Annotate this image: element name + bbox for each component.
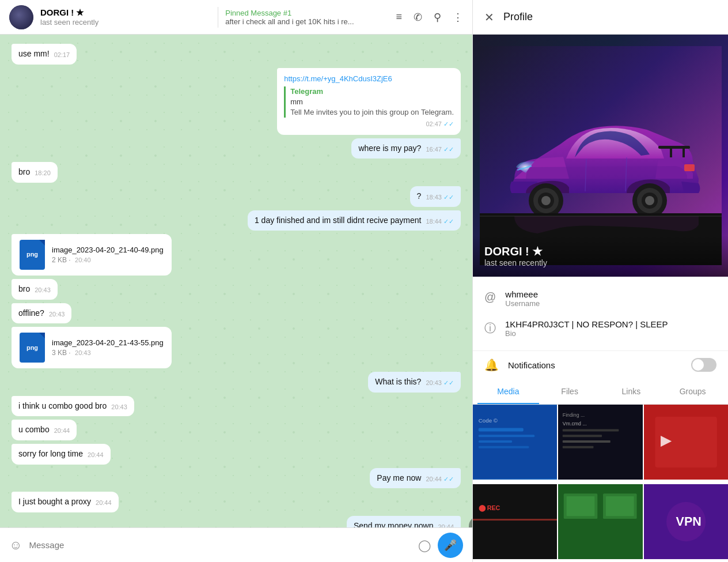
svg-text:Vm.cmd ...: Vm.cmd ... (563, 421, 587, 427)
attach-icon[interactable]: ◯ (418, 538, 431, 552)
profile-panel: ✕ Profile (472, 0, 728, 562)
tab-links[interactable]: Links (601, 379, 662, 404)
file-icon: png (20, 333, 45, 363)
svg-text:VPN: VPN (676, 514, 701, 528)
message-text: I just bought a proxy (18, 497, 91, 506)
phone-icon[interactable]: ✆ (414, 11, 422, 24)
message-text: Send my money nown (354, 521, 434, 527)
header-icons: ≡ ✆ ⚲ ⋮ (396, 11, 464, 24)
media-thumbnail[interactable]: Code © (473, 405, 557, 480)
table-row: bro 18:20 (12, 162, 461, 183)
message-time: 18:44 ✓✓ (426, 217, 454, 226)
media-thumbnail[interactable]: ▶ (644, 405, 728, 480)
message-time: 20:43 ✓✓ (426, 379, 454, 387)
message-time: 16:47 ✓✓ (426, 145, 454, 154)
username-info: whmeee Username (505, 289, 540, 308)
username-row: @ whmeee Username (473, 284, 728, 314)
tab-groups[interactable]: Groups (662, 379, 723, 404)
message-text: What is this? (375, 377, 421, 386)
search-icon[interactable]: ⚲ (434, 11, 441, 24)
svg-rect-35 (473, 485, 557, 558)
message-text: Pay me now (377, 473, 421, 482)
link-description: Tell Me invites you to join this group o… (290, 107, 454, 118)
toggle-thumb (692, 359, 704, 371)
message-bubble: Send my money nown 20:44 ↓ (347, 516, 461, 527)
message-text: u combo (18, 425, 50, 434)
chat-header: DORGI ! ★ last seen recently Pinned Mess… (0, 0, 472, 35)
svg-rect-23 (479, 440, 513, 443)
table-row: png image_2023-04-20_21-40-49.png 2 KB ·… (12, 234, 461, 276)
message-bubble: bro 18:20 (12, 162, 58, 183)
svg-rect-29 (563, 435, 602, 437)
message-time: 18:43 ✓✓ (426, 193, 454, 202)
profile-overlay: DORGI ! ★ last seen recently (473, 235, 728, 277)
profile-info-section: @ whmeee Username ⓘ 1KHF4PR0J3CT | NO RE… (473, 277, 728, 351)
username-value: whmeee (505, 289, 540, 299)
mic-button[interactable]: 🎤 (438, 533, 463, 558)
svg-rect-36 (473, 519, 557, 520)
media-thumbnail[interactable]: Finding ... Vm.cmd ... (558, 405, 642, 480)
message-bubble: where is my pay? 16:47 ✓✓ (351, 138, 461, 159)
message-bubble: What is this? 20:43 ✓✓ (368, 372, 461, 393)
svg-rect-30 (563, 440, 611, 443)
header-divider (218, 7, 218, 28)
pinned-message[interactable]: Pinned Message #1 after i check all and … (225, 9, 396, 26)
message-bubble: offline? 20:43 (12, 303, 71, 324)
message-text: where is my pay? (358, 144, 421, 153)
media-tabs: Media Files Links Groups (473, 379, 728, 405)
tab-media[interactable]: Media (477, 379, 539, 404)
file-info: image_2023-04-20_21-40-49.png 2 KB · 20:… (52, 245, 164, 265)
message-time: 20:44 (438, 523, 454, 527)
table-row: bro 20:43 (12, 279, 461, 300)
svg-rect-21 (479, 428, 524, 432)
svg-rect-22 (479, 435, 535, 437)
profile-title: Profile (503, 11, 533, 23)
svg-rect-31 (563, 446, 594, 448)
svg-point-10 (645, 196, 654, 205)
file-bubble: png image_2023-04-20_21-43-55.png 3 KB ·… (12, 327, 172, 368)
tab-files[interactable]: Files (539, 379, 601, 404)
media-thumbnail[interactable]: ⬤ REC (473, 484, 557, 559)
scroll-down-button[interactable]: ↓ (469, 516, 472, 527)
file-bubble: png image_2023-04-20_21-40-49.png 2 KB ·… (12, 234, 172, 276)
profile-cover-name: DORGI ! ★ (484, 244, 716, 258)
message-bubble: Pay me now 20:44 ✓✓ (370, 468, 461, 489)
svg-rect-42 (606, 496, 634, 516)
svg-text:Finding ...: Finding ... (563, 412, 585, 418)
contact-status: last seen recently (40, 18, 211, 27)
link-url[interactable]: https://t.me/+yg_4KhCdusI3ZjE6 (284, 74, 454, 84)
svg-point-6 (541, 196, 551, 205)
table-row: Pay me now 20:44 ✓✓ (12, 468, 461, 489)
svg-rect-12 (658, 146, 690, 149)
message-input[interactable] (29, 540, 411, 550)
media-thumbnail[interactable]: VPN (644, 484, 728, 559)
svg-text:⬤ REC: ⬤ REC (479, 504, 500, 512)
close-button[interactable]: ✕ (484, 10, 494, 24)
message-time: 20:43 (111, 403, 127, 412)
table-row: What is this? 20:43 ✓✓ (12, 372, 461, 393)
message-text: offline? (18, 308, 44, 318)
avatar[interactable] (9, 5, 33, 29)
file-size: 3 KB · 20:43 (52, 348, 164, 358)
media-thumbnail[interactable] (558, 484, 642, 559)
table-row: offline? 20:43 (12, 303, 461, 324)
message-time: 18:20 (35, 169, 51, 178)
list-icon[interactable]: ≡ (396, 11, 403, 23)
profile-cover-status: last seen recently (484, 258, 716, 267)
svg-rect-13 (670, 147, 672, 157)
file-name: image_2023-04-20_21-43-55.png (52, 338, 164, 348)
message-text: i think u combo good bro (18, 401, 107, 410)
notifications-toggle[interactable] (691, 358, 716, 372)
file-info: image_2023-04-20_21-43-55.png 3 KB · 20:… (52, 338, 164, 358)
table-row: https://t.me/+yg_4KhCdusI3ZjE6 Telegram … (12, 68, 461, 135)
message-time: 02:17 (54, 51, 70, 59)
more-icon[interactable]: ⋮ (453, 11, 463, 24)
svg-rect-24 (479, 446, 529, 448)
chat-messages: use mm! 02:17 https://t.me/+yg_4KhCdusI3… (0, 35, 472, 527)
table-row: u combo 20:44 (12, 420, 461, 440)
message-time: 20:44 (54, 427, 70, 435)
table-row: sorry for long time 20:44 (12, 444, 461, 465)
emoji-icon[interactable]: ☺ (9, 538, 22, 553)
message-bubble: sorry for long time 20:44 (12, 444, 111, 465)
chat-panel: DORGI ! ★ last seen recently Pinned Mess… (0, 0, 472, 562)
